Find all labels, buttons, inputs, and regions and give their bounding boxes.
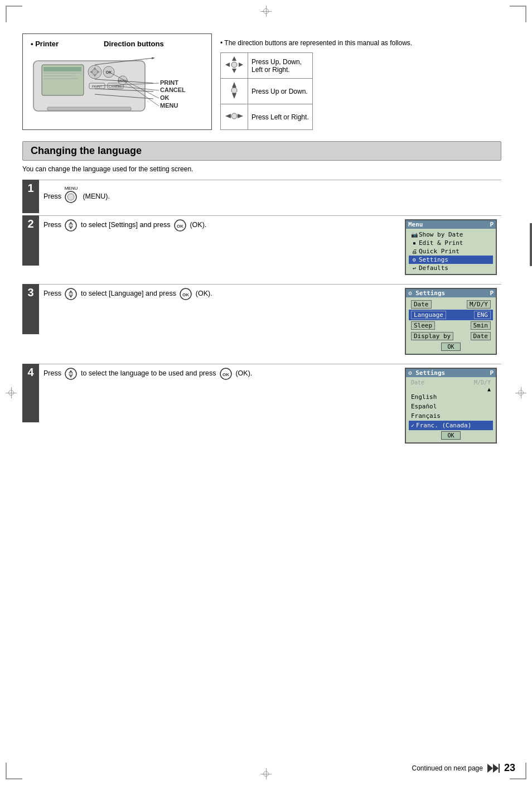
svg-marker-42 [225,114,231,118]
svg-text:CANCEL: CANCEL [160,86,186,93]
svg-point-46 [67,194,74,200]
svg-text:PRINT: PRINT [92,85,102,88]
lcd-row-defaults: ↩ Defaults [409,264,493,272]
ok-btn-icon-4: OK [220,368,232,380]
lcd-checkmark-icon: ✓ [411,422,414,428]
svg-point-50 [69,224,72,227]
dir-desc-leftright: Press Left or Right. [248,104,313,130]
printer-illustration: PRINT CANCEL OK MENU [31,52,204,119]
svg-text:OK: OK [182,292,189,297]
step-4: 4 Press to select the language to be use… [22,364,501,450]
continued-text: Continued on next page [412,764,483,772]
settings-lcd-3: ⚙ Settings P Date M/D/Y Language ENG S [405,288,497,355]
svg-point-56 [69,292,72,296]
lcd-scroll-up: ▲ [409,386,493,392]
lcd-ok-btn-4: OK [441,431,460,440]
lcd-title-row-4: ⚙ Settings P [406,369,496,377]
lcd-row-francais-canada: ✓ Franc. (Canada) [409,421,493,430]
footer: Continued on next page 23 [17,762,515,774]
svg-point-41 [231,88,237,93]
svg-text:OK: OK [177,224,183,229]
menu-button-icon: MENU [65,191,77,203]
dir-desc-updown: Press Up or Down. [248,79,313,104]
step-3-screen: ⚙ Settings P Date M/D/Y Language ENG S [405,288,497,358]
step-3-badge: 3 [22,284,39,334]
section-title: Changing the language [22,141,501,161]
direction-info: • The direction buttons are represented … [220,33,501,130]
svg-text:PRINT: PRINT [160,79,178,86]
svg-point-11 [92,69,98,75]
lcd-sleep-label: Sleep [411,321,435,330]
direction-table: Press Up, Down,Left or Right. Press Up o… [220,52,313,130]
lcd-row-showdate: 📷 Show by Date [409,230,493,239]
lcd-row-displayby-3: Display by Date [409,331,493,341]
step-1-text: Press MENU (MENU). [43,191,497,203]
step-3-text: Press to select [Language] and press OK … [43,288,396,300]
svg-text:OK: OK [160,94,170,101]
step-2-content: Press to select [Settings] and press OK [39,215,501,282]
language-section: Changing the language You can change the… [22,141,501,450]
step-2-text: Press to select [Settings] and press OK [43,219,396,232]
lcd-icon-defaults: ↩ [410,265,419,271]
step-3: 3 Press to select [Language] and press O… [22,284,501,362]
lcd-row-date-4: Date M/D/Y [409,379,493,386]
continued-arrow-icon [487,764,500,773]
printing-sidebar: Printing [530,223,532,266]
lcd-indicator-4: P [490,369,494,377]
dir-icon-leftright [221,104,248,130]
lang-select-lcd: ⚙ Settings P Date M/D/Y ▲ English [405,368,497,444]
page-number: 23 [504,762,515,774]
lcd-icon-settings: ⚙ [410,257,419,263]
step-4-content: Press to select the language to be used … [39,364,501,450]
lcd-lang-francais: Français [411,412,441,420]
svg-marker-34 [232,56,236,61]
step-1-badge: 1 [22,180,39,213]
svg-marker-37 [239,62,243,67]
lcd-sleep-value: 5min [471,321,491,330]
lcd-date-label: Date [411,300,432,309]
dir-icon-updown [221,79,248,104]
lcd-label-settings: Settings [419,256,492,263]
lcd-label-quickprint: Quick Print [419,248,492,255]
svg-marker-43 [238,114,243,118]
lcd-row-language-3: Language ENG [409,310,493,320]
printer-section: • Printer Direction buttons [22,33,501,130]
direction-info-text: • The direction buttons are represented … [220,39,501,47]
step-2-badge: 2 [22,215,39,266]
step-1: 1 Press MENU (MENU). [22,180,501,213]
reg-mark-top [260,6,272,17]
menu-circle-icon [65,191,77,203]
ok-btn-icon-2: OK [174,219,186,232]
svg-marker-40 [232,93,236,99]
menu-label: MENU [65,185,78,192]
lcd-displayby-value: Date [471,332,491,340]
step-2: 2 Press to select [Settings] and press [22,215,501,282]
svg-text:MENU: MENU [160,102,178,109]
step-4-screen: ⚙ Settings P Date M/D/Y ▲ English [405,368,497,447]
dir-icon-four [221,53,248,79]
svg-marker-39 [232,82,236,88]
four-way-icon [224,55,244,74]
lcd-lang-francais-canada: Franc. (Canada) [416,422,471,429]
lcd-lang-english: English [411,393,437,401]
svg-point-38 [231,62,237,68]
section-intro: You can change the language used for the… [22,165,501,173]
svg-marker-36 [225,62,230,67]
step-4-badge: 4 [22,364,39,422]
lcd-title-row-2: Menu P [406,220,496,229]
lcd-date-val-faded: M/D/Y [474,379,491,386]
reg-mark-left [6,387,17,398]
svg-point-44 [231,113,237,119]
lcd-icon-editprint: ▪ [410,240,419,246]
lcd-date-value: M/D/Y [467,300,491,309]
lcd-row-francais: Français [409,411,493,421]
lcd-title-2: Menu [408,221,423,228]
dir-buttons-label: Direction buttons [104,40,164,48]
svg-point-62 [69,372,72,375]
leftright-icon [224,107,244,126]
step-2-screen: Menu P 📷 Show by Date ▪ Edit & Print [405,219,497,278]
svg-marker-65 [487,764,493,773]
svg-text:OK: OK [223,372,229,377]
printer-label: • Printer Direction buttons [31,40,204,48]
svg-text:OK: OK [106,70,112,74]
